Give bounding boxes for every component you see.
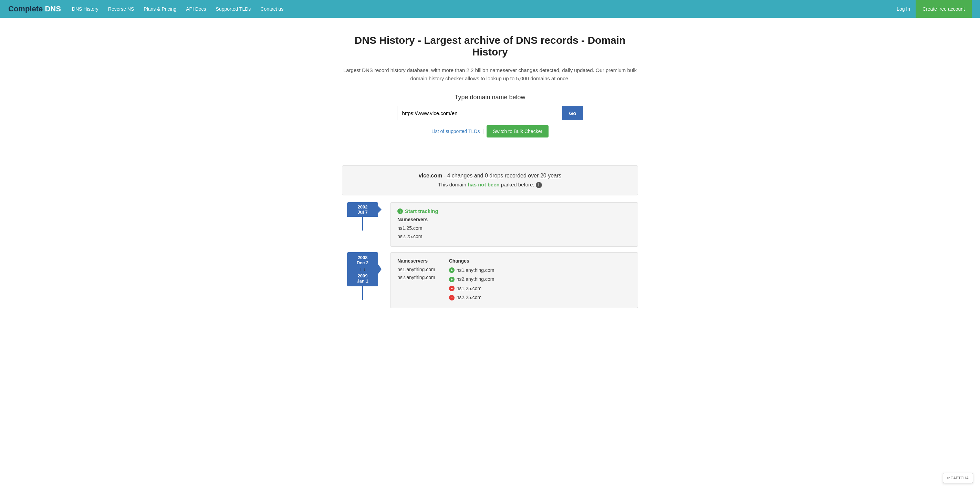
change-added-1-text: ns1.anything.com [457, 266, 495, 275]
start-tracking-icon: i [398, 209, 403, 214]
timeline-item-2: 2008 Dec 2 ↑ ↓ 2009 Jan 1 Nameservers ns… [342, 252, 638, 314]
nav-link-reverse-ns[interactable]: Reverse NS [108, 6, 134, 12]
nameservers-label-2: Nameservers [398, 258, 435, 263]
hero-section: DNS History - Largest archive of DNS rec… [335, 18, 645, 148]
timeline-item-1: 2002 Jul 7 i Start tracking Nameservers … [342, 202, 638, 252]
change-added-2: + ns2.anything.com [449, 275, 495, 284]
nav-link-dns-history[interactable]: DNS History [72, 6, 99, 12]
summary-and: and [474, 172, 485, 179]
summary-recorded: recorded over [505, 172, 540, 179]
timeline: 2002 Jul 7 i Start tracking Nameservers … [342, 202, 638, 314]
change-added-2-text: ns2.anything.com [457, 275, 495, 284]
date-year-2a: 2008 [351, 255, 374, 260]
changes-col: Changes + ns1.anything.com + ns2.anythin… [449, 258, 495, 302]
nav-link-supported-tlds[interactable]: Supported TLDs [216, 6, 251, 12]
search-label: Type domain name below [342, 94, 638, 101]
summary-box: vice.com - 4 changes and 0 drops recorde… [342, 165, 638, 195]
remove-icon-1: − [449, 286, 455, 291]
login-link[interactable]: Log In [897, 6, 910, 12]
arrow-up: ↑ [360, 267, 362, 272]
changes-label: Changes [449, 258, 495, 263]
search-row: Go [342, 106, 638, 120]
change-removed-2-text: ns2.25.com [457, 293, 481, 302]
date-year-2b: 2009 [351, 273, 374, 278]
remove-icon-2: − [449, 295, 455, 300]
change-removed-1: − ns1.25.com [449, 284, 495, 293]
change-added-1: + ns1.anything.com [449, 266, 495, 275]
hero-description: Largest DNS record history database, wit… [342, 66, 638, 83]
timeline-content-1: i Start tracking Nameservers ns1.25.com … [390, 202, 638, 247]
parked-status: has not been [468, 182, 500, 187]
date-year-1: 2002 [351, 204, 374, 209]
date-day-1: Jul 7 [351, 209, 374, 215]
timeline-content-2: Nameservers ns1.anything.com ns2.anythin… [390, 252, 638, 308]
add-icon-2: + [449, 277, 455, 282]
supported-tlds-link[interactable]: List of supported TLDs [431, 129, 480, 134]
two-col: Nameservers ns1.anything.com ns2.anythin… [398, 258, 631, 302]
info-icon[interactable]: i [536, 182, 542, 188]
logo-dns: DNS [45, 5, 60, 13]
parked-text: This domain [438, 182, 466, 187]
summary-separator: - [444, 172, 447, 179]
ns1-2: ns1.anything.com [398, 266, 435, 274]
bulk-checker-button[interactable]: Switch to Bulk Checker [487, 125, 549, 137]
change-removed-2: − ns2.25.com [449, 293, 495, 302]
start-tracking-label: Start tracking [405, 208, 438, 214]
arrows: ↑ ↓ [351, 267, 374, 272]
parked-suffix: parked before. [501, 182, 535, 187]
date-month-2a: Dec 2 [351, 260, 374, 265]
divider-pipe: | [483, 129, 484, 134]
date-col-1: 2002 Jul 7 [342, 202, 383, 230]
date-badge-1: 2002 Jul 7 [347, 202, 378, 217]
create-account-button[interactable]: Create free account [916, 0, 972, 18]
nav-link-contact-us[interactable]: Contact us [260, 6, 283, 12]
timeline-line-1 [362, 217, 363, 230]
go-button[interactable]: Go [562, 106, 583, 120]
logo[interactable]: Complete DNS [8, 5, 61, 13]
start-tracking: i Start tracking [398, 208, 631, 214]
add-icon-1: + [449, 267, 455, 273]
years-link[interactable]: 20 years [540, 172, 561, 179]
nameservers-label-1: Nameservers [398, 217, 631, 222]
arrow-down: ↓ [363, 267, 366, 272]
changes-link[interactable]: 4 changes [447, 172, 473, 179]
search-links: List of supported TLDs | Switch to Bulk … [342, 125, 638, 137]
change-removed-1-text: ns1.25.com [457, 284, 481, 293]
results-container: vice.com - 4 changes and 0 drops recorde… [335, 165, 645, 327]
parked-line: This domain has not been parked before. … [349, 182, 631, 188]
nav-right: Log In Create free account [897, 0, 972, 18]
date-col-2: 2008 Dec 2 ↑ ↓ 2009 Jan 1 [342, 252, 383, 300]
ns2-1: ns2.25.com [398, 233, 631, 241]
drops-link[interactable]: 0 drops [485, 172, 503, 179]
ns1-1: ns1.25.com [398, 224, 631, 233]
summary-line-1: vice.com - 4 changes and 0 drops recorde… [349, 172, 631, 179]
search-input[interactable] [397, 106, 562, 120]
nav-links: DNS History Reverse NS Plans & Pricing A… [72, 6, 894, 12]
date-month-2b: Jan 1 [351, 278, 374, 284]
logo-complete: Complete [8, 5, 43, 13]
timeline-line-2 [362, 286, 363, 300]
domain-name: vice.com [419, 172, 442, 179]
navbar: Complete DNS DNS History Reverse NS Plan… [0, 0, 980, 18]
section-divider [335, 157, 645, 157]
nav-link-plans-pricing[interactable]: Plans & Pricing [143, 6, 176, 12]
date-badge-2: 2008 Dec 2 ↑ ↓ 2009 Jan 1 [347, 252, 378, 286]
nav-link-api-docs[interactable]: API Docs [186, 6, 206, 12]
nameservers-col: Nameservers ns1.anything.com ns2.anythin… [398, 258, 435, 302]
ns2-2: ns2.anything.com [398, 274, 435, 282]
page-title: DNS History - Largest archive of DNS rec… [342, 35, 638, 58]
